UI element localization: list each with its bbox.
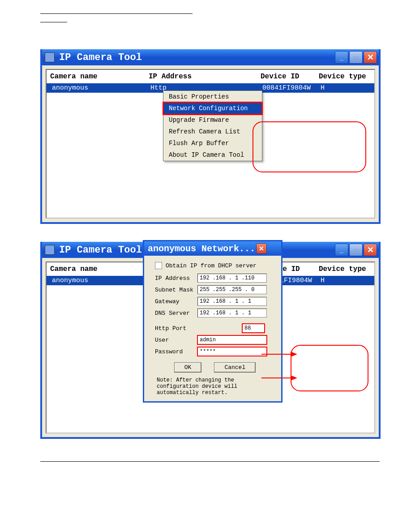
maximize-button-2[interactable]: ▭	[349, 244, 363, 256]
menu-refresh-camera-list[interactable]: Refresh Camera List	[163, 126, 262, 137]
callout-box	[253, 121, 366, 172]
dialog-title: anonymous Network...	[148, 244, 255, 254]
column-headers: Camera name IP Address Device ID Device …	[47, 70, 374, 83]
maximize-button[interactable]: ▭	[349, 51, 363, 64]
input-password[interactable]: *****	[197, 347, 267, 356]
label-subnet: Subnet Mask	[155, 287, 197, 293]
window-ip-camera-tool-2: IP Camera Tool _ ▭ ✕ Camera name ice ID …	[40, 242, 381, 439]
app-icon-2	[45, 245, 55, 255]
window-ip-camera-tool: IP Camera Tool _ ▭ ✕ Camera name IP Addr…	[40, 49, 381, 224]
window-title: IP Camera Tool	[59, 52, 142, 63]
minimize-button[interactable]: _	[335, 51, 348, 64]
label-dns: DNS Server	[155, 310, 197, 317]
label-gateway: Gateway	[155, 298, 197, 305]
input-subnet[interactable]: 255 .255 .255 . 0	[197, 285, 267, 294]
cell-devid-2: 41FI9804W	[276, 277, 321, 284]
dhcp-label: Obtain IP from DHCP server	[166, 262, 257, 269]
input-port[interactable]: 88	[242, 324, 265, 333]
input-dns[interactable]: 192 .168 . 1 . 1	[197, 309, 267, 317]
col-device-type-2[interactable]: Device type	[319, 265, 368, 273]
callout-box-2	[291, 345, 368, 391]
dhcp-checkbox[interactable]	[155, 262, 162, 269]
cell-name-2: anonymous	[52, 277, 150, 284]
divider-top	[40, 13, 193, 14]
col-camera-name-2[interactable]: Camera name	[50, 265, 149, 273]
input-gateway[interactable]: 192 .168 . 1 . 1	[197, 297, 267, 306]
col-device-type[interactable]: Device type	[319, 73, 368, 81]
input-ip[interactable]: 192 .168 . 1 .110	[197, 274, 267, 283]
cell-name: anonymous	[52, 84, 150, 92]
label-ip: IP Address	[155, 275, 197, 282]
cell-devid: 00841FI9804W	[262, 84, 321, 92]
menu-basic-properties[interactable]: Basic Properties	[163, 91, 262, 103]
ok-button[interactable]: OK	[174, 362, 202, 373]
cancel-button[interactable]: Cancel	[214, 362, 256, 373]
close-button-2[interactable]: ✕	[364, 244, 377, 256]
window-title-2: IP Camera Tool	[59, 245, 142, 256]
list-area: Camera name IP Address Device ID Device …	[46, 69, 375, 219]
dialog-close-button[interactable]: ✕	[256, 243, 267, 254]
col-ip-address[interactable]: IP Address	[149, 73, 261, 81]
menu-flush-arp-buffer[interactable]: Flush Arp Buffer	[163, 137, 262, 149]
divider-bottom	[40, 461, 380, 462]
label-port: Http Port	[155, 325, 197, 332]
cell-type-2: H	[321, 277, 370, 284]
label-user: User	[155, 337, 197, 343]
titlebar[interactable]: IP Camera Tool _ ▭ ✕	[42, 49, 379, 65]
menu-network-configuration[interactable]: Network Configuration	[163, 103, 262, 114]
menu-upgrade-firmware[interactable]: Upgrade Firmware	[163, 114, 262, 126]
divider-small	[40, 22, 67, 22]
context-menu: Basic Properties Network Configuration U…	[163, 90, 262, 161]
input-user[interactable]: admin	[197, 335, 267, 344]
cell-type: H	[321, 84, 370, 92]
dialog-titlebar[interactable]: anonymous Network... ✕	[144, 241, 281, 256]
minimize-button-2[interactable]: _	[335, 244, 348, 256]
dhcp-checkbox-row[interactable]: Obtain IP from DHCP server	[155, 262, 275, 269]
col-device-id[interactable]: Device ID	[261, 73, 319, 81]
col-camera-name[interactable]: Camera name	[50, 73, 149, 81]
menu-about[interactable]: About IP Camera Tool	[163, 149, 262, 161]
dialog-note: Note: After changing the configuration d…	[155, 377, 275, 397]
close-button[interactable]: ✕	[364, 51, 377, 64]
label-pass: Password	[155, 348, 197, 355]
app-icon	[45, 52, 55, 62]
